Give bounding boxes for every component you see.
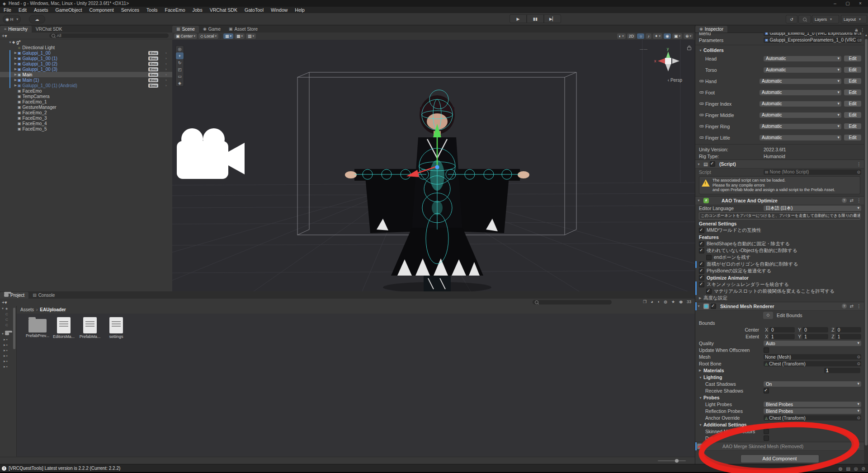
- label-filter-icon[interactable]: ◖: [657, 300, 660, 304]
- hierarchy-row-selected[interactable]: ▶ ▣ Main Emo ›: [0, 72, 172, 77]
- hierarchy-search-input[interactable]: All: [49, 33, 169, 38]
- layers-dropdown[interactable]: Layers: [812, 15, 839, 23]
- debug-mode-icon[interactable]: a: [855, 28, 858, 33]
- menu-faceemo[interactable]: FaceEmo: [161, 7, 189, 13]
- layout-dropdown[interactable]: Layout: [841, 15, 867, 23]
- hierarchy-row[interactable]: ▣TempCamera: [0, 94, 172, 99]
- center-y-field[interactable]: 0: [802, 327, 828, 333]
- camera-settings-dropdown[interactable]: ▣▾: [672, 33, 682, 39]
- object-picker-icon[interactable]: ⊙: [857, 416, 860, 420]
- package-filter-icon[interactable]: ◕: [651, 300, 653, 304]
- foldout-icon[interactable]: ▶: [14, 78, 18, 82]
- menu-assets[interactable]: Assets: [30, 7, 52, 13]
- end-bone-checkbox[interactable]: [706, 255, 712, 260]
- menu-file[interactable]: File: [0, 7, 15, 13]
- menu-edit[interactable]: Edit: [15, 7, 30, 13]
- rect-tool-button[interactable]: ▭: [176, 73, 184, 80]
- overlay-handle-icon[interactable]: ——: [640, 47, 648, 51]
- edit-bounds-button[interactable]: ◇: [763, 312, 773, 319]
- tab-inspector[interactable]: ◉ Inspector: [695, 26, 727, 33]
- rotate-tool-button[interactable]: ↻: [176, 59, 184, 66]
- zoom-slider-knob[interactable]: [675, 459, 679, 463]
- lock-icon[interactable]: [687, 47, 691, 50]
- root-bone-object-field[interactable]: ◬ Chest (Transform) ⊙: [764, 361, 861, 366]
- grid-snap-toggle[interactable]: ▦▾: [223, 33, 233, 39]
- smr-component-header[interactable]: ▼ Skinned Mesh Renderer ? ⇄ ⋮: [695, 302, 864, 311]
- transform-tool-button[interactable]: ◈: [176, 80, 184, 86]
- move-tool-button[interactable]: +: [176, 52, 184, 59]
- effects-dropdown[interactable]: ✦▾: [653, 33, 662, 39]
- materials-foldout[interactable]: ▶Materials 1: [695, 367, 864, 374]
- script-component-header[interactable]: ▼ ▤ (Script) ⋮: [695, 159, 864, 169]
- collider-mode-dropdown[interactable]: Automatic: [760, 79, 841, 84]
- lighting-foldout[interactable]: ▼Lighting: [695, 374, 864, 381]
- lighting-toggle[interactable]: ☼: [637, 33, 644, 39]
- emo-badge[interactable]: Emo: [148, 51, 158, 55]
- hidden-objects-toggle[interactable]: ◉: [664, 33, 671, 39]
- parameters-object-field[interactable]: ▣ Galuppi_ExpressionParameters_1_0 (VRC …: [764, 37, 861, 43]
- menu-tools[interactable]: Tools: [143, 7, 161, 13]
- hierarchy-row[interactable]: ▣FaceEmo_1: [0, 99, 172, 104]
- tab-vrchat-sdk[interactable]: VRChat SDK: [32, 26, 66, 33]
- receive-shadows-checkbox[interactable]: [764, 388, 769, 393]
- component-enabled-checkbox[interactable]: [711, 304, 716, 309]
- remove-unused-checkbox[interactable]: [699, 248, 704, 253]
- materials-count-field[interactable]: 1: [824, 368, 860, 373]
- quality-dropdown[interactable]: Auto: [764, 341, 861, 346]
- chevron-right-icon[interactable]: ›: [165, 62, 167, 66]
- asset-tile-folder[interactable]: PrefabPrev...: [25, 317, 50, 338]
- offscreen-checkbox[interactable]: [764, 347, 769, 353]
- menu-gatotool[interactable]: GatoTool: [241, 7, 267, 13]
- asset-tile-file[interactable]: EditorsMa...: [51, 317, 76, 339]
- asset-tile-file[interactable]: PrefabMa...: [77, 317, 103, 339]
- project-folder-tree[interactable]: ▼★ C C C ▼ ▸▪ ▸▪ ▸▪ ▸▪ ▸▪ ▸▪: [0, 306, 17, 457]
- collider-mode-dropdown[interactable]: Automatic: [760, 112, 841, 118]
- help-icon[interactable]: ?: [842, 198, 847, 203]
- hierarchy-row-scene[interactable]: ▼ ◆ g*: [0, 39, 172, 45]
- global-search-button[interactable]: [798, 15, 811, 23]
- collider-edit-button[interactable]: Edit: [844, 67, 861, 73]
- dynamic-occlusion-checkbox[interactable]: [764, 436, 769, 441]
- menu-jobs[interactable]: Jobs: [189, 7, 206, 13]
- center-z-field[interactable]: 0: [836, 327, 861, 333]
- object-picker-icon[interactable]: ⊙: [857, 355, 860, 359]
- foldout-icon[interactable]: ▶: [14, 73, 18, 76]
- pivot-mode-dropdown[interactable]: ▣ Center▾: [174, 33, 197, 39]
- hierarchy-row[interactable]: ▶ ▣ Main (1) Emo ›: [0, 77, 172, 83]
- help-icon[interactable]: ?: [842, 304, 847, 309]
- status-bar[interactable]: ! [VRCQuestTools] Latest version is 2.2.…: [0, 464, 868, 472]
- inspector-scroll-area[interactable]: Menu ▣ Galuppi_ExMenu_1_0 (VRC Expressio…: [695, 33, 864, 464]
- kebab-icon[interactable]: ⋮: [857, 304, 861, 309]
- extent-z-field[interactable]: 1: [836, 334, 861, 339]
- hidden-count-badge[interactable]: ◉: [679, 300, 683, 304]
- foldout-icon[interactable]: ▶: [14, 62, 18, 66]
- kebab-icon[interactable]: ⋮: [857, 162, 861, 167]
- zoom-slider[interactable]: [658, 460, 686, 461]
- collider-mode-dropdown[interactable]: Automatic: [760, 124, 841, 129]
- scene-viewport[interactable]: ◎ + ↻ ◰ ▭ ◈ —— y x: [172, 40, 695, 291]
- reflection-probes-dropdown[interactable]: Blend Probes: [764, 408, 861, 414]
- orientation-mode-dropdown[interactable]: ◇ Local▾: [198, 33, 218, 39]
- emo-badge[interactable]: Emo: [148, 78, 158, 82]
- kebab-icon[interactable]: ⋮: [857, 444, 861, 449]
- collider-edit-button[interactable]: Edit: [844, 78, 861, 84]
- object-picker-icon[interactable]: ⊙: [857, 170, 860, 174]
- physbone-checkbox[interactable]: [699, 268, 704, 274]
- view-tool-button[interactable]: ◎: [176, 46, 184, 52]
- breadcrumb-root[interactable]: Assets: [20, 307, 34, 312]
- kebab-icon[interactable]: ⋮: [857, 198, 861, 203]
- menu-window[interactable]: Window: [267, 7, 291, 13]
- inspector-menu-icon[interactable]: ⋮: [860, 28, 865, 33]
- collider-edit-button[interactable]: Edit: [844, 101, 861, 107]
- maximize-button[interactable]: ▢: [843, 1, 853, 6]
- menu-component[interactable]: Component: [85, 7, 117, 13]
- menu-object-field[interactable]: ▣ Galuppi_ExMenu_1_0 (VRC Expressions Me…: [764, 33, 861, 36]
- hierarchy-row[interactable]: ☼ Directional Light: [0, 45, 172, 50]
- skinned-motion-checkbox[interactable]: [764, 429, 769, 434]
- aao-component-header[interactable]: ▼ # AAO Trace And Optimize ? ⇄ ⋮: [695, 196, 864, 205]
- add-object-button[interactable]: +▾: [2, 33, 7, 38]
- menu-gameobject[interactable]: GameObject: [52, 7, 86, 13]
- collider-mode-dropdown[interactable]: Automatic: [760, 135, 841, 140]
- create-asset-button[interactable]: +▾: [2, 300, 7, 305]
- account-button[interactable]: ◉ H: [3, 15, 21, 23]
